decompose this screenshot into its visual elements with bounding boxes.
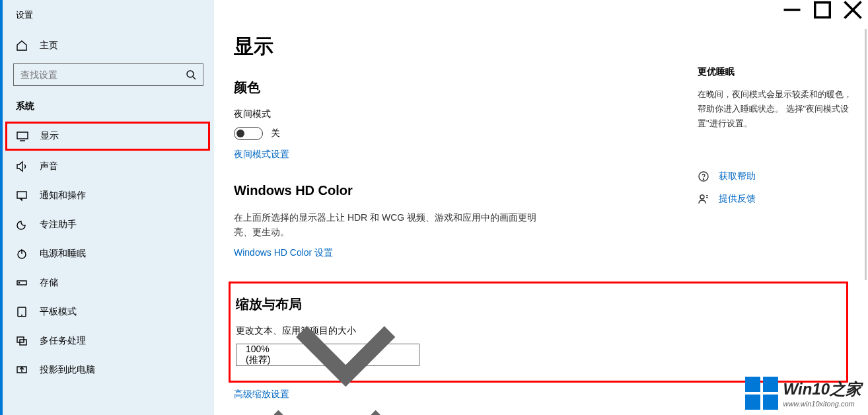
page-title: 显示 (234, 33, 848, 60)
svg-rect-6 (17, 132, 28, 139)
home-button[interactable]: 主页 (3, 33, 214, 58)
sidebar-item-label: 投影到此电脑 (40, 364, 95, 376)
sidebar-item-power[interactable]: 电源和睡眠 (3, 239, 214, 268)
windows-logo-icon (745, 377, 778, 410)
svg-line-5 (193, 77, 196, 79)
sidebar-item-label: 通知和操作 (40, 190, 86, 202)
svg-point-21 (700, 195, 704, 199)
sleep-description: 在晚间，夜间模式会显示较柔和的暖色，帮助你进入睡眠状态。 选择"夜间模式设置"进… (698, 87, 852, 131)
night-mode-settings-link[interactable]: 夜间模式设置 (234, 149, 289, 159)
app-title: 设置 (3, 0, 214, 33)
sound-icon (16, 161, 28, 172)
scrollbar[interactable] (865, 29, 867, 280)
content-area: 显示 颜色 夜间模式 关 夜间模式设置 Windows HD Color 在上面… (214, 0, 868, 415)
notifications-icon (16, 190, 28, 202)
display-icon (17, 130, 28, 142)
focus-icon (16, 219, 28, 231)
sidebar-item-label: 存储 (40, 277, 58, 289)
storage-icon (16, 277, 28, 289)
sidebar-item-label: 专注助手 (40, 219, 77, 231)
sidebar-item-label: 声音 (40, 161, 58, 172)
svg-rect-8 (17, 192, 26, 198)
sidebar-item-label: 平板模式 (40, 306, 77, 318)
night-mode-state: 关 (271, 128, 280, 139)
feedback-link-label: 提供反馈 (719, 193, 756, 205)
sleep-title: 更优睡眠 (698, 66, 852, 78)
tablet-icon (16, 306, 28, 318)
svg-point-12 (18, 282, 19, 283)
sidebar-item-sound[interactable]: 声音 (3, 152, 214, 181)
close-button[interactable] (838, 0, 868, 20)
search-input[interactable] (20, 69, 186, 80)
sidebar-item-label: 多任务处理 (40, 335, 86, 347)
home-icon (16, 40, 28, 52)
watermark: Win10之家 www.win10xitong.com (745, 377, 861, 410)
sidebar-item-label: 电源和睡眠 (40, 248, 86, 260)
svg-point-4 (187, 71, 194, 77)
hdcolor-description: 在上面所选择的显示器上让 HDR 和 WCG 视频、游戏和应用中的画面更明亮、更… (234, 210, 538, 240)
sidebar-item-storage[interactable]: 存储 (3, 268, 214, 297)
right-panel: 更优睡眠 在晚间，夜间模式会显示较柔和的暖色，帮助你进入睡眠状态。 选择"夜间模… (698, 66, 852, 215)
svg-point-20 (703, 179, 704, 180)
power-icon (16, 248, 28, 260)
feedback-icon (698, 193, 709, 205)
sidebar-item-tablet[interactable]: 平板模式 (3, 297, 214, 326)
sidebar-item-project[interactable]: 投影到此电脑 (3, 356, 214, 385)
help-link-label: 获取帮助 (719, 170, 756, 182)
help-icon (698, 170, 709, 182)
home-label: 主页 (40, 40, 58, 52)
sidebar: 设置 主页 系统 显示 声音 通知和操作 专注助手 电源和睡眠 (3, 0, 214, 415)
svg-rect-1 (815, 3, 830, 18)
hdcolor-settings-link[interactable]: Windows HD Color 设置 (234, 247, 333, 258)
category-label: 系统 (3, 95, 214, 120)
sidebar-item-display[interactable]: 显示 (5, 122, 210, 151)
sidebar-item-notifications[interactable]: 通知和操作 (3, 181, 214, 210)
sidebar-item-label: 显示 (40, 130, 59, 142)
sidebar-item-focus[interactable]: 专注助手 (3, 210, 214, 239)
watermark-url: www.win10xitong.com (783, 400, 861, 408)
search-icon (186, 69, 196, 80)
minimize-button[interactable] (777, 0, 807, 20)
search-box[interactable] (13, 63, 203, 86)
night-mode-toggle[interactable] (234, 127, 263, 140)
multitask-icon (16, 335, 28, 347)
feedback-link[interactable]: 提供反馈 (698, 193, 852, 205)
watermark-title: Win10之家 (783, 379, 861, 400)
maximize-button[interactable] (807, 0, 838, 20)
get-help-link[interactable]: 获取帮助 (698, 170, 852, 182)
chevron-down-icon (244, 361, 410, 415)
project-icon (16, 364, 28, 376)
sidebar-item-multitask[interactable]: 多任务处理 (3, 326, 214, 356)
